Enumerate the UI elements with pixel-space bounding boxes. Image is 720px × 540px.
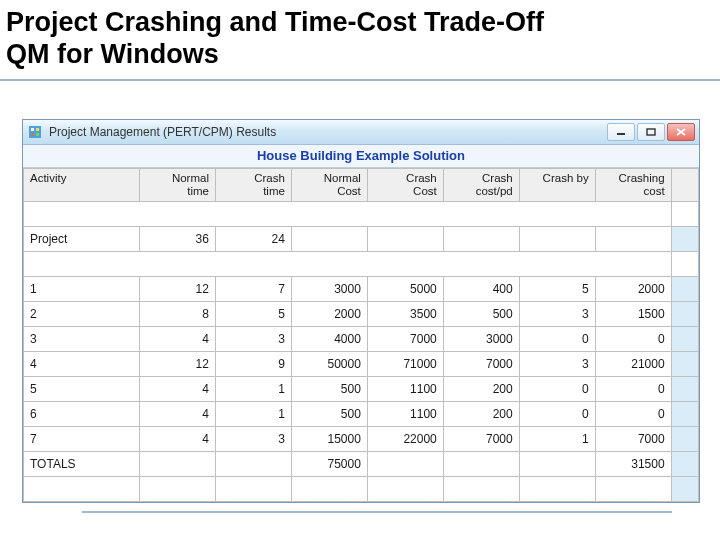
col-crash-cost-pd: Crash cost/pd [443, 168, 519, 201]
cell-crash-cost-pd: 200 [443, 402, 519, 427]
svg-rect-0 [29, 126, 41, 138]
cell-activity: 5 [24, 377, 140, 402]
slide-title-line1: Project Crashing and Time-Cost Trade-Off [6, 7, 544, 37]
cell-normal-time: 4 [140, 377, 216, 402]
cell-activity: 3 [24, 327, 140, 352]
cell-crash-time: 1 [215, 402, 291, 427]
cell-crash-time: 1 [215, 377, 291, 402]
totals-label: TOTALS [24, 452, 140, 477]
project-label: Project [24, 227, 140, 252]
app-icon [27, 124, 43, 140]
results-table: Activity Normal time Crash time Normal C… [23, 168, 699, 502]
col-activity: Activity [24, 168, 140, 201]
col-crash-time: Crash time [215, 168, 291, 201]
slide-title: Project Crashing and Time-Cost Trade-Off… [0, 0, 720, 81]
table-row: 641500110020000 [24, 402, 699, 427]
cell-normal-cost: 50000 [291, 352, 367, 377]
table-row: 34340007000300000 [24, 327, 699, 352]
cell-crash-cost: 1100 [367, 377, 443, 402]
cell-crash-by: 0 [519, 327, 595, 352]
table-row: 541500110020000 [24, 377, 699, 402]
cell-crash-by: 0 [519, 377, 595, 402]
cell-crashing-cost: 1500 [595, 302, 671, 327]
cell-crash-cost-pd: 7000 [443, 427, 519, 452]
svg-rect-4 [36, 133, 39, 136]
cell-crash-time: 9 [215, 352, 291, 377]
cell-crash-cost-pd: 200 [443, 377, 519, 402]
cell-crash-cost: 5000 [367, 277, 443, 302]
cell-activity: 6 [24, 402, 140, 427]
side-pad [671, 168, 698, 201]
cell-normal-time: 4 [140, 402, 216, 427]
cell-activity: 2 [24, 302, 140, 327]
cell-crash-by: 0 [519, 402, 595, 427]
project-crash-time: 24 [215, 227, 291, 252]
table-row: 11273000500040052000 [24, 277, 699, 302]
project-normal-time: 36 [140, 227, 216, 252]
cell-crash-cost: 22000 [367, 427, 443, 452]
cell-crash-cost-pd: 500 [443, 302, 519, 327]
cell-crash-by: 5 [519, 277, 595, 302]
cell-normal-time: 4 [140, 427, 216, 452]
table-row: 2852000350050031500 [24, 302, 699, 327]
cell-crashing-cost: 0 [595, 327, 671, 352]
titlebar[interactable]: Project Management (PERT/CPM) Results [23, 120, 699, 145]
totals-normal-cost: 75000 [291, 452, 367, 477]
cell-crash-cost-pd: 3000 [443, 327, 519, 352]
table-row: 412950000710007000321000 [24, 352, 699, 377]
col-normal-cost: Normal Cost [291, 168, 367, 201]
cell-crash-time: 3 [215, 327, 291, 352]
maximize-button[interactable] [637, 123, 665, 141]
project-row: Project 36 24 [24, 227, 699, 252]
cell-crash-cost-pd: 7000 [443, 352, 519, 377]
col-crashing-cost: Crashing cost [595, 168, 671, 201]
table-row: 7431500022000700017000 [24, 427, 699, 452]
cell-normal-time: 12 [140, 277, 216, 302]
minimize-button[interactable] [607, 123, 635, 141]
cell-crashing-cost: 21000 [595, 352, 671, 377]
cell-crashing-cost: 2000 [595, 277, 671, 302]
cell-crash-cost: 1100 [367, 402, 443, 427]
cell-crash-by: 3 [519, 352, 595, 377]
under-shadow [82, 503, 672, 513]
cell-crashing-cost: 0 [595, 402, 671, 427]
cell-activity: 1 [24, 277, 140, 302]
cell-normal-cost: 15000 [291, 427, 367, 452]
slide-title-line2: QM for Windows [6, 39, 219, 69]
cell-activity: 7 [24, 427, 140, 452]
window-subtitle: House Building Example Solution [23, 145, 699, 168]
cell-normal-cost: 3000 [291, 277, 367, 302]
header-row: Activity Normal time Crash time Normal C… [24, 168, 699, 201]
cell-crashing-cost: 7000 [595, 427, 671, 452]
cell-crash-cost-pd: 400 [443, 277, 519, 302]
cell-normal-cost: 500 [291, 402, 367, 427]
cell-crash-time: 5 [215, 302, 291, 327]
totals-crashing-cost: 31500 [595, 452, 671, 477]
col-crash-cost: Crash Cost [367, 168, 443, 201]
cell-normal-time: 4 [140, 327, 216, 352]
col-crash-by: Crash by [519, 168, 595, 201]
close-button[interactable] [667, 123, 695, 141]
svg-rect-6 [647, 129, 655, 135]
cell-crash-time: 3 [215, 427, 291, 452]
svg-rect-2 [36, 128, 39, 131]
totals-row: TOTALS 75000 31500 [24, 452, 699, 477]
cell-crash-time: 7 [215, 277, 291, 302]
cell-crash-cost: 7000 [367, 327, 443, 352]
col-normal-time: Normal time [140, 168, 216, 201]
cell-normal-cost: 4000 [291, 327, 367, 352]
results-window: Project Management (PERT/CPM) Results Ho… [22, 119, 700, 503]
cell-crash-cost: 71000 [367, 352, 443, 377]
cell-normal-time: 12 [140, 352, 216, 377]
cell-normal-time: 8 [140, 302, 216, 327]
blank-row [24, 477, 699, 502]
cell-crashing-cost: 0 [595, 377, 671, 402]
cell-normal-cost: 2000 [291, 302, 367, 327]
window-title: Project Management (PERT/CPM) Results [49, 125, 607, 139]
cell-crash-cost: 3500 [367, 302, 443, 327]
svg-rect-1 [31, 128, 34, 131]
svg-rect-3 [31, 133, 34, 136]
cell-crash-by: 1 [519, 427, 595, 452]
cell-normal-cost: 500 [291, 377, 367, 402]
cell-crash-by: 3 [519, 302, 595, 327]
